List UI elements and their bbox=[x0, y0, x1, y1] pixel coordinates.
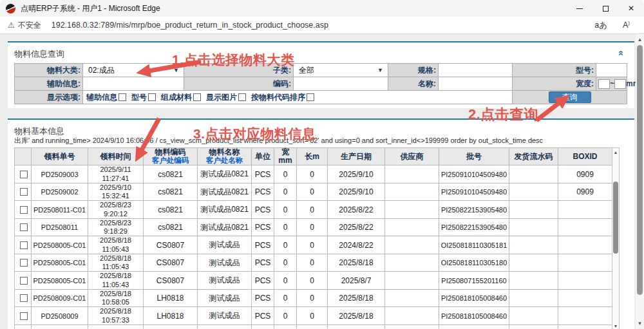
material-table-container: 领料单号领料时间物料编码客户处编码物料名称客户处名称单位宽mm长m生产日期供应商… bbox=[14, 147, 620, 329]
supplier-cell bbox=[385, 183, 439, 201]
scroll-up-icon[interactable]: ▲ bbox=[636, 35, 644, 44]
display-option-checkbox[interactable] bbox=[148, 93, 156, 101]
length-cell: 0 bbox=[297, 165, 328, 183]
row-checkbox[interactable] bbox=[20, 259, 28, 267]
table-row[interactable]: PD25080112025/8/239:18:29cs0821测试成品0821P… bbox=[15, 218, 612, 236]
scroll-down-icon[interactable]: ▼ bbox=[636, 319, 644, 328]
material-code-cell: CS0807 bbox=[144, 236, 198, 254]
row-checkbox[interactable] bbox=[20, 312, 28, 320]
unit-cell: PCS bbox=[252, 289, 274, 307]
prod-date-cell: 2025/9/10 bbox=[328, 183, 385, 201]
window-titlebar: 点晴ERP子系统 - 用户1 - Microsoft Edge ✕ bbox=[0, 0, 644, 17]
app-favicon-icon bbox=[6, 4, 15, 14]
display-option-checkbox[interactable] bbox=[193, 93, 201, 101]
table-row[interactable]: PD25080052025/8/7CS0807测试成品PCS002025/8/7… bbox=[15, 324, 612, 329]
code-input[interactable] bbox=[296, 78, 386, 90]
name-input[interactable] bbox=[440, 78, 510, 90]
row-checkbox[interactable] bbox=[20, 277, 28, 285]
maximize-button[interactable] bbox=[592, 0, 618, 17]
column-header: 发货流水码 bbox=[509, 148, 558, 165]
search-button[interactable]: 查询 bbox=[549, 91, 591, 103]
material-name-cell: 测试成品 bbox=[198, 289, 252, 307]
minimize-button[interactable] bbox=[567, 0, 592, 17]
row-checkbox[interactable] bbox=[20, 171, 28, 178]
query-form: 物料大类: 02:成品 ▼ 子类: 全部 ▼ 规格: 型号: bbox=[14, 63, 627, 104]
boxid-cell bbox=[558, 289, 612, 307]
row-checkbox[interactable] bbox=[20, 206, 28, 214]
aux-info-label: 辅助信息: bbox=[15, 77, 83, 91]
request-time-cell: 2025/8/1811:05:43 bbox=[88, 236, 144, 254]
serial-cell bbox=[509, 218, 558, 236]
row-checkbox[interactable] bbox=[20, 188, 28, 196]
close-button[interactable]: ✕ bbox=[618, 0, 644, 17]
width-cell: 0 bbox=[274, 324, 297, 329]
supplier-cell bbox=[385, 272, 439, 290]
url-text[interactable]: 192.168.0.32:789/mis/mrp/boe_product_ret… bbox=[52, 21, 328, 30]
minimize-icon bbox=[576, 8, 583, 9]
table-scrollbar[interactable]: ▲ ▼ bbox=[612, 147, 620, 329]
table-scrollbar-thumb[interactable] bbox=[613, 182, 618, 254]
table-row[interactable]: PD25080092025/8/1810:57:33LH0818测试成品PCS0… bbox=[15, 307, 612, 325]
chevron-down-icon: ▼ bbox=[377, 67, 383, 73]
order-no-cell: PD2509002 bbox=[32, 183, 88, 201]
material-table: 领料单号领料时间物料编码客户处编码物料名称客户处名称单位宽mm长m生产日期供应商… bbox=[14, 147, 612, 329]
column-header: 领料单号 bbox=[32, 148, 88, 165]
request-time-cell: 2025/9/1111:27:41 bbox=[88, 165, 144, 183]
display-options: 辅助信息型号组成材料显示图片按物料代码排序 bbox=[83, 91, 513, 104]
collapse-panel-icon[interactable]: « bbox=[616, 50, 626, 55]
table-row[interactable]: PD2508005-C012025/8/1811:05:43CS0807测试成品… bbox=[15, 272, 612, 290]
table-row[interactable]: PD25090022025/9/1015:32:41cs0821测试成品0821… bbox=[15, 183, 612, 201]
browser-scrollbar[interactable]: ▲ ▼ bbox=[636, 34, 644, 329]
close-icon: ✕ bbox=[628, 5, 634, 12]
row-checkbox[interactable] bbox=[20, 223, 28, 231]
browser-scrollbar-thumb[interactable] bbox=[637, 45, 643, 295]
table-row[interactable]: PD25090032025/9/1111:27:41cs0821测试成品0821… bbox=[15, 165, 612, 183]
width-from-input[interactable] bbox=[598, 79, 610, 89]
model-input[interactable] bbox=[598, 64, 625, 77]
supplier-cell bbox=[385, 289, 439, 307]
request-time-cell: 2025/8/1810:57:33 bbox=[88, 307, 144, 325]
row-checkbox[interactable] bbox=[20, 241, 28, 249]
table-row[interactable]: PD2508005-C012025/8/1811:05:43CS0807测试成品… bbox=[15, 254, 612, 272]
table-row[interactable]: PD2508009-C012025/8/1810:58:05LH0818测试成品… bbox=[15, 289, 612, 307]
row-checkbox-cell bbox=[15, 307, 32, 325]
batch-no-cell: PI250807155201160 bbox=[439, 324, 509, 329]
row-checkbox[interactable] bbox=[20, 294, 28, 302]
security-label: 不安全 bbox=[18, 20, 41, 31]
translate-icon[interactable]: aあ bbox=[594, 20, 607, 31]
column-header bbox=[15, 148, 32, 165]
row-checkbox-cell bbox=[15, 201, 32, 219]
length-cell: 0 bbox=[297, 218, 328, 236]
code-label: 编码: bbox=[184, 77, 294, 91]
display-option-checkbox[interactable] bbox=[307, 93, 314, 101]
unit-cell: PCS bbox=[252, 307, 274, 325]
width-to-input[interactable] bbox=[614, 79, 626, 89]
read-aloud-icon[interactable]: A) bbox=[623, 20, 630, 31]
security-badge[interactable]: ⚠ 不安全 bbox=[8, 20, 41, 31]
supplier-cell bbox=[385, 324, 439, 329]
order-no-cell: PD2508011-C01 bbox=[32, 201, 88, 219]
boxid-cell bbox=[558, 272, 612, 290]
spec-label: 规格: bbox=[388, 64, 439, 77]
column-header: 物料名称客户处名称 bbox=[198, 148, 252, 165]
material-info-panel: 物料基本信息 出库' and running_time> 2024/9/10 1… bbox=[8, 118, 634, 329]
aux-info-input[interactable] bbox=[85, 78, 182, 90]
display-option-checkbox[interactable] bbox=[238, 93, 246, 101]
serial-cell bbox=[509, 272, 558, 290]
row-checkbox-cell bbox=[15, 183, 32, 201]
spec-input[interactable] bbox=[440, 64, 510, 77]
material-major-select[interactable]: 02:成品 ▼ bbox=[85, 64, 182, 77]
table-row[interactable]: PD2508005-C012025/8/1811:05:43CS0807测试成品… bbox=[15, 236, 612, 254]
batch-no-cell: OI250818110305180 bbox=[439, 254, 509, 272]
window-title: 点晴ERP子系统 - 用户1 - Microsoft Edge bbox=[21, 3, 160, 14]
display-option-checkbox[interactable] bbox=[118, 93, 126, 101]
material-code-cell: cs0821 bbox=[144, 165, 198, 183]
scroll-up-icon[interactable]: ▲ bbox=[612, 148, 619, 156]
row-checkbox-cell bbox=[15, 218, 32, 236]
subclass-select[interactable]: 全部 ▼ bbox=[296, 64, 386, 77]
table-row[interactable]: PD2508011-C012025/8/239:20:12cs0821测试成品0… bbox=[15, 201, 612, 219]
order-no-cell: PD2508011 bbox=[32, 218, 88, 236]
material-code-cell: LH0818 bbox=[144, 289, 198, 307]
scroll-down-icon[interactable]: ▼ bbox=[612, 322, 619, 329]
material-code-cell: CS0807 bbox=[144, 272, 198, 290]
